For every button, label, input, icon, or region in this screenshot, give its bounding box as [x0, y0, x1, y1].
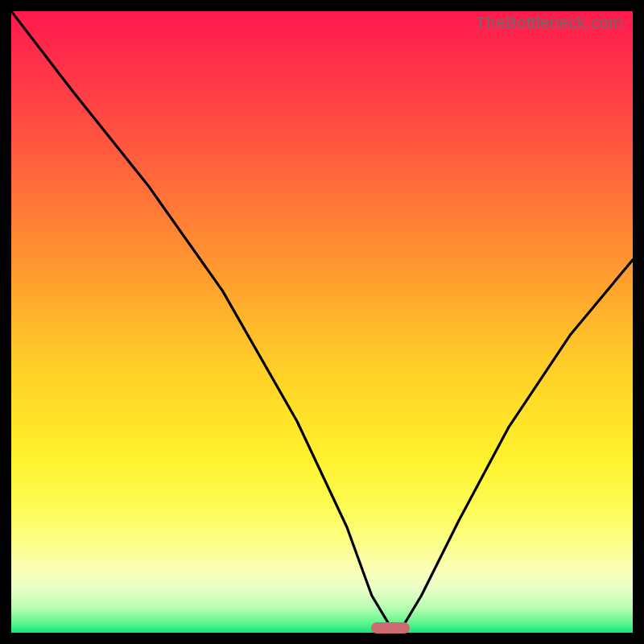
- bottleneck-curve: [11, 11, 633, 633]
- chart-frame: TheBottleneck.com: [11, 11, 633, 633]
- watermark-text: TheBottleneck.com: [476, 13, 623, 32]
- optimum-marker: [371, 622, 410, 634]
